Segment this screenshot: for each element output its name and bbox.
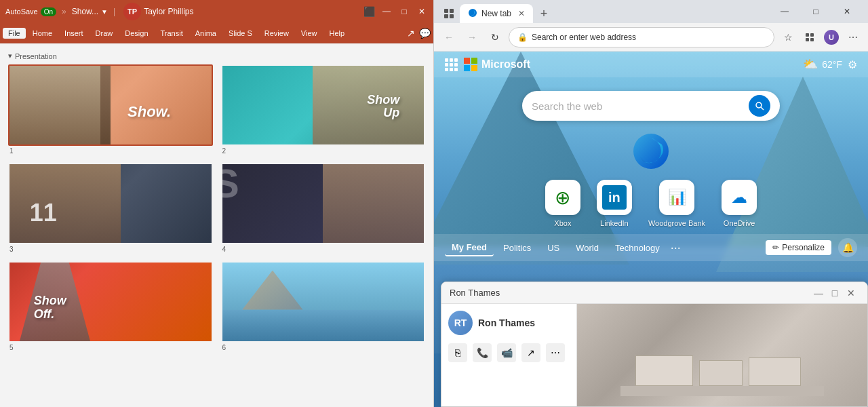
slide-item-2: ShowUp 2 (221, 64, 426, 155)
user-area[interactable]: TP Taylor Phillips (123, 3, 193, 20)
slides-header: ▾ Presentation (8, 49, 425, 64)
browser-minimize-btn[interactable]: — (769, 0, 800, 23)
slide-thumb-3[interactable]: 11 (8, 163, 213, 244)
svg-rect-7 (806, 38, 809, 41)
slide-thumb-1[interactable]: Show. (8, 64, 213, 146)
notifications-button[interactable]: 🔔 (838, 238, 857, 257)
tab-close-icon[interactable]: ✕ (518, 9, 525, 18)
tab-world[interactable]: World (569, 240, 606, 256)
autosave-toggle[interactable]: On (41, 7, 56, 16)
presentation-icon[interactable]: ⬛ (363, 6, 375, 17)
maximize-button[interactable]: □ (398, 5, 410, 18)
search-button[interactable] (749, 95, 770, 117)
slides-panel: ▾ Presentation Show. 1 (0, 43, 433, 407)
teams-video-icon[interactable]: 📹 (497, 343, 516, 362)
slide-num-4: 4 (221, 246, 426, 253)
woodgrove-icon-container: 📊 (659, 180, 694, 215)
teams-user-row: RT Ron Thames (448, 311, 570, 335)
autosave-label: AutoSave (5, 7, 38, 16)
tab-view[interactable]: View (296, 28, 323, 39)
slide-item-4: S 4 (221, 163, 426, 253)
settings-menu-icon[interactable]: ⋯ (844, 28, 863, 47)
quick-link-onedrive[interactable]: ☁ OneDrive (722, 180, 757, 227)
tab-design[interactable]: Design (119, 28, 153, 39)
teams-minimize-btn[interactable]: — (810, 285, 827, 301)
weather-widget[interactable]: ⛅ 62°F (803, 57, 842, 72)
username-label: Taylor Phillips (144, 7, 193, 16)
personalize-button[interactable]: ✏ Personalize (766, 240, 831, 255)
tab-anima[interactable]: Anima (190, 28, 222, 39)
svg-point-13 (756, 102, 762, 108)
teams-image (577, 304, 867, 406)
quick-link-woodgrove[interactable]: 📊 Woodgrove Bank (648, 180, 705, 227)
back-button[interactable]: ← (439, 28, 458, 47)
close-button[interactable]: ✕ (416, 5, 428, 18)
profile-icon[interactable]: U (822, 28, 841, 47)
edge-favicon (468, 8, 477, 20)
tab-transit[interactable]: Transit (155, 28, 189, 39)
weather-icon: ⛅ (803, 57, 818, 72)
tab-insert[interactable]: Insert (59, 28, 89, 39)
tab-help[interactable]: Help (324, 28, 351, 39)
tab-draw[interactable]: Draw (90, 28, 119, 39)
slide-item-3: 11 3 (8, 163, 213, 253)
favorites-icon[interactable]: ☆ (778, 28, 797, 47)
browser-profile-icon[interactable] (439, 4, 458, 23)
autosave-control[interactable]: AutoSave On (5, 7, 56, 16)
quick-link-xbox[interactable]: ⊕ Xbox (545, 180, 580, 227)
slide-thumb-4[interactable]: S (221, 163, 426, 244)
browser-nav-bar: ← → ↻ 🔒 Search or enter web address ☆ U … (434, 23, 868, 52)
teams-action-icons: ⎘ 📞 📹 ↗ ⋯ (448, 343, 570, 362)
tab-my-feed[interactable]: My Feed (445, 239, 494, 256)
linkedin-icon-container: in (597, 180, 632, 215)
search-bar[interactable]: Search the web (522, 91, 780, 121)
teams-call-icon[interactable]: 📞 (473, 343, 492, 362)
filename-dropdown-icon[interactable]: ▼ (101, 8, 108, 16)
share-icon[interactable]: ↗ (407, 28, 415, 39)
linkedin-label: LinkedIn (600, 219, 629, 227)
apps-grid-icon[interactable] (445, 58, 457, 71)
slide5-text: ShowOff. (34, 294, 66, 322)
tab-technology[interactable]: Technology (608, 240, 667, 256)
teams-title: Ron Thames (450, 288, 500, 298)
refresh-button[interactable]: ↻ (486, 28, 505, 47)
ribbon-bar: File Home Insert Draw Design Transit Ani… (0, 23, 433, 43)
svg-rect-1 (450, 9, 454, 13)
search-container: Search the web (434, 91, 868, 121)
comment-icon[interactable]: 💬 (419, 28, 431, 39)
forward-button[interactable]: → (462, 28, 481, 47)
slide-thumb-6[interactable] (221, 261, 426, 343)
xbox-icon-container: ⊕ (545, 180, 580, 215)
new-tab-button[interactable]: + (534, 4, 553, 23)
tab-slide-s[interactable]: Slide S (223, 28, 258, 39)
tab-politics[interactable]: Politics (496, 240, 538, 256)
filename-area[interactable]: Show... ▼ (72, 7, 108, 16)
teams-chat-window: Ron Thames — □ ✕ RT Ron Thames ⎘ 📞 (441, 282, 868, 407)
browser-window-controls: — □ ✕ (769, 0, 863, 23)
collections-icon[interactable] (800, 28, 819, 47)
teams-expand-btn[interactable]: □ (827, 285, 843, 301)
browser-close-btn[interactable]: ✕ (831, 0, 863, 23)
tab-us[interactable]: US (540, 240, 566, 256)
slide-item-6: 6 (221, 261, 426, 351)
slide-thumb-5[interactable]: ShowOff. (8, 261, 213, 343)
newtab-settings-icon[interactable]: ⚙ (848, 58, 857, 71)
teams-more-icon[interactable]: ⋯ (546, 343, 565, 362)
more-tabs-icon[interactable]: ··· (671, 241, 681, 255)
microsoft-logo[interactable]: Microsoft (464, 58, 530, 71)
search-placeholder: Search the web (532, 100, 743, 112)
tab-review[interactable]: Review (259, 28, 294, 39)
tab-file[interactable]: File (3, 28, 26, 39)
teams-share-icon[interactable]: ↗ (521, 343, 540, 362)
slide-thumb-2[interactable]: ShowUp (221, 64, 426, 146)
address-bar[interactable]: 🔒 Search or enter web address (509, 27, 774, 47)
tab-new-tab[interactable]: New tab ✕ (460, 4, 533, 23)
teams-copy-icon[interactable]: ⎘ (448, 343, 467, 362)
minimize-button[interactable]: — (380, 5, 393, 18)
quick-link-linkedin[interactable]: in LinkedIn (597, 180, 632, 227)
tab-home[interactable]: Home (27, 28, 58, 39)
browser-tab-bar: New tab ✕ + — □ ✕ (434, 0, 868, 23)
browser-maximize-btn[interactable]: □ (800, 0, 831, 23)
teams-close-btn[interactable]: ✕ (843, 285, 859, 301)
header-arrow: ▾ (8, 52, 12, 60)
